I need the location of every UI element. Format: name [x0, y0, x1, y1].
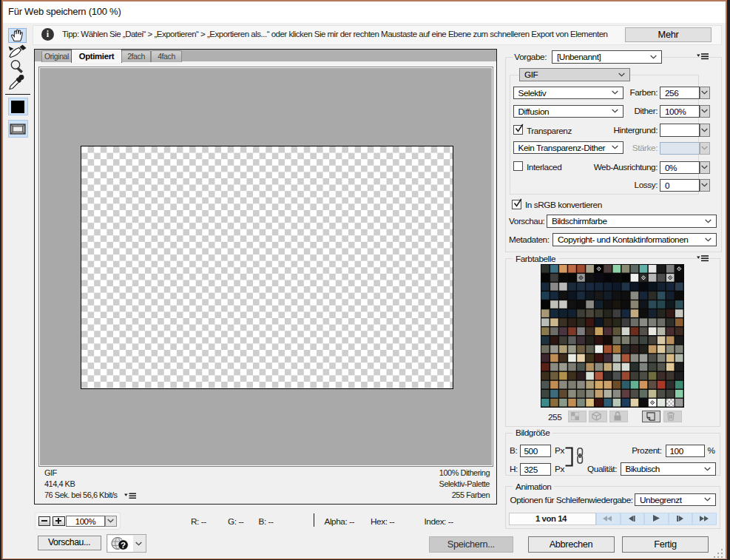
svg-text:?: ?: [121, 541, 126, 550]
